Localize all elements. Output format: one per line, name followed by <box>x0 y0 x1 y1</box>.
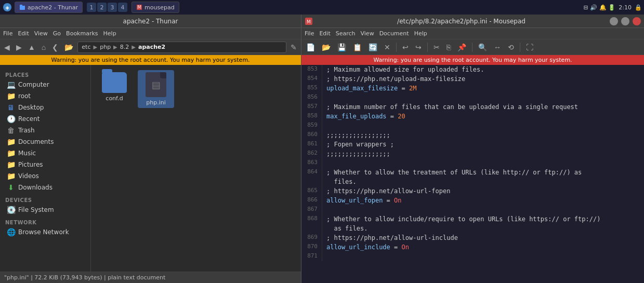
mp-menu-file[interactable]: File <box>305 30 314 37</box>
sidebar-section-network: Network <box>0 215 90 226</box>
menu-go[interactable]: Go <box>53 30 61 37</box>
sidebar-item-computer[interactable]: 💻 Computer <box>2 79 89 90</box>
sidebar-item-downloads[interactable]: ⬇ Downloads <box>2 182 89 193</box>
code-line-868b: as files. <box>301 224 644 233</box>
code-line-855: 855 upload_max_filesize = 2M <box>301 84 644 93</box>
mp-paste-btn[interactable]: 📌 <box>455 42 469 52</box>
mp-close-doc-btn[interactable]: ✕ <box>382 42 393 52</box>
nav-forward-btn[interactable]: ▶ <box>14 42 24 52</box>
mp-save-btn[interactable]: 💾 <box>335 42 349 52</box>
mp-menu-edit[interactable]: Edit <box>319 30 330 37</box>
mousepad-title: /etc/php/8.2/apache2/php.ini - Mousepad <box>316 18 607 25</box>
taskbar-app-icon[interactable]: ◈ <box>2 2 12 12</box>
sidebar-item-documents[interactable]: 📁 Documents <box>2 136 89 147</box>
taskbar-num-2[interactable]: 2 <box>97 3 107 12</box>
line-num-857: 857 <box>301 102 322 112</box>
code-line-866: 866 allow_url_fopen = On <box>301 196 644 205</box>
nav-home-btn[interactable]: ⌂ <box>40 42 48 52</box>
thunar-menubar: File Edit View Go Bookmarks Help <box>0 28 301 39</box>
breadcrumb-apache2[interactable]: apache2 <box>137 44 167 50</box>
mousepad-window: M /etc/php/8.2/apache2/php.ini - Mousepa… <box>301 15 644 283</box>
menu-file[interactable]: File <box>3 30 12 37</box>
taskbar-mousepad-btn[interactable]: M mousepad <box>132 2 179 13</box>
menu-view[interactable]: View <box>34 30 48 37</box>
mp-saveas-btn[interactable]: 📋 <box>350 42 364 52</box>
line-num-871: 871 <box>301 252 322 261</box>
file-item-confd[interactable]: conf.d <box>96 70 133 108</box>
sidebar-label-recent: Recent <box>18 115 40 123</box>
sidebar-section-devices: Devices <box>0 193 90 204</box>
mp-replace-btn[interactable]: ↔ <box>491 42 504 52</box>
mp-menu-view[interactable]: View <box>361 30 374 37</box>
menu-help[interactable]: Help <box>103 30 116 37</box>
sidebar-label-music: Music <box>18 150 36 157</box>
nav-back-btn[interactable]: ◀ <box>2 42 12 52</box>
line-num-864b <box>301 177 322 186</box>
code-line-864: 864 ; Whether to allow the treatment of … <box>301 168 644 177</box>
taskbar-num-3[interactable]: 3 <box>108 3 117 12</box>
sidebar-item-videos[interactable]: 📁 Videos <box>2 170 89 182</box>
mp-copy-btn[interactable]: ⎘ <box>444 42 453 52</box>
sidebar-item-root[interactable]: 📁 root <box>2 90 89 102</box>
thunar-window: apache2 - Thunar File Edit View Go Bookm… <box>0 15 301 283</box>
nav-location-toggle[interactable]: 📂 <box>62 42 75 52</box>
mp-search-btn[interactable]: 🔍 <box>476 42 490 52</box>
line-content-856 <box>322 93 644 102</box>
file-label-confd: conf.d <box>106 95 123 102</box>
status-text: "php.ini" | 72.2 KiB (73,943 bytes) | pl… <box>4 274 165 281</box>
code-line-858: 858 max_file_uploads = 20 <box>301 112 644 121</box>
mp-open-btn[interactable]: 📂 <box>319 42 333 52</box>
taskbar-thunar-btn[interactable]: apache2 - Thunar <box>15 2 83 13</box>
line-content-861: ; Fopen wrappers ; <box>322 140 644 149</box>
line-content-868: ; Whether to allow include/require to op… <box>322 214 644 224</box>
mp-cut-btn[interactable]: ✂ <box>431 42 442 52</box>
sidebar-item-desktop[interactable]: 🖥 Desktop <box>2 102 89 113</box>
code-area[interactable]: 853 ; Maximum allowed size for uploaded … <box>301 65 644 283</box>
taskbar-num-1[interactable]: 1 <box>87 3 96 12</box>
breadcrumb-php[interactable]: php <box>98 44 112 50</box>
mp-reload-btn[interactable]: 🔄 <box>366 42 380 52</box>
nav-up-btn[interactable]: ▲ <box>26 42 37 52</box>
sidebar-item-browse-network[interactable]: 🌐 Browse Network <box>2 226 89 238</box>
mp-searchback-btn[interactable]: ⟲ <box>505 42 517 52</box>
line-num-862: 862 <box>301 149 322 158</box>
mousepad-titlebar: M /etc/php/8.2/apache2/php.ini - Mousepa… <box>301 15 644 28</box>
mp-menu-help[interactable]: Help <box>414 30 427 37</box>
toolbar-sep-4 <box>520 43 520 52</box>
sidebar-item-music[interactable]: 📁 Music <box>2 147 89 159</box>
sidebar-item-trash[interactable]: 🗑 Trash <box>2 125 89 136</box>
mousepad-menubar: File Edit Search View Document Help <box>301 28 644 39</box>
breadcrumb-82[interactable]: 8.2 <box>119 44 131 50</box>
minimize-btn[interactable] <box>610 17 618 25</box>
line-num-863: 863 <box>301 158 322 168</box>
line-num-866: 866 <box>301 196 322 205</box>
breadcrumb-etc[interactable]: etc <box>80 44 92 50</box>
sidebar-item-filesystem[interactable]: 💽 File System <box>2 204 89 215</box>
code-line-862: 862 ;;;;;;;;;;;;;;;;; <box>301 149 644 158</box>
close-btn[interactable] <box>633 17 641 25</box>
line-num-860: 860 <box>301 130 322 140</box>
thunar-body: Places 💻 Computer 📁 root 🖥 Desktop 🕐 Rec… <box>0 65 301 272</box>
maximize-btn[interactable] <box>621 17 629 25</box>
nav-left-btn[interactable]: ❮ <box>50 42 60 52</box>
sidebar-item-recent[interactable]: 🕐 Recent <box>2 113 89 125</box>
line-num-865: 865 <box>301 186 322 196</box>
mp-fullscreen-btn[interactable]: ⛶ <box>523 42 536 52</box>
code-line-868: 868 ; Whether to allow include/require t… <box>301 214 644 224</box>
taskbar-num-4[interactable]: 4 <box>118 3 127 12</box>
mp-new-btn[interactable]: 📄 <box>304 42 318 52</box>
menu-bookmarks[interactable]: Bookmarks <box>66 30 98 37</box>
svg-text:M: M <box>138 5 141 10</box>
svg-rect-3 <box>20 5 22 6</box>
line-content-858: max_file_uploads = 20 <box>322 112 644 121</box>
nav-edit-btn[interactable]: ✎ <box>288 42 299 52</box>
sidebar-item-pictures[interactable]: 📁 Pictures <box>2 159 89 170</box>
file-item-phpini[interactable]: ▤ php.ini <box>138 70 174 108</box>
line-content-866: allow_url_fopen = On <box>322 196 644 205</box>
mp-menu-search[interactable]: Search <box>336 30 356 37</box>
mp-redo-btn[interactable]: ↪ <box>413 42 424 52</box>
mp-undo-btn[interactable]: ↩ <box>400 42 411 52</box>
menu-edit[interactable]: Edit <box>18 30 29 37</box>
mp-menu-document[interactable]: Document <box>379 30 409 37</box>
toolbar-sep-2 <box>427 43 428 52</box>
